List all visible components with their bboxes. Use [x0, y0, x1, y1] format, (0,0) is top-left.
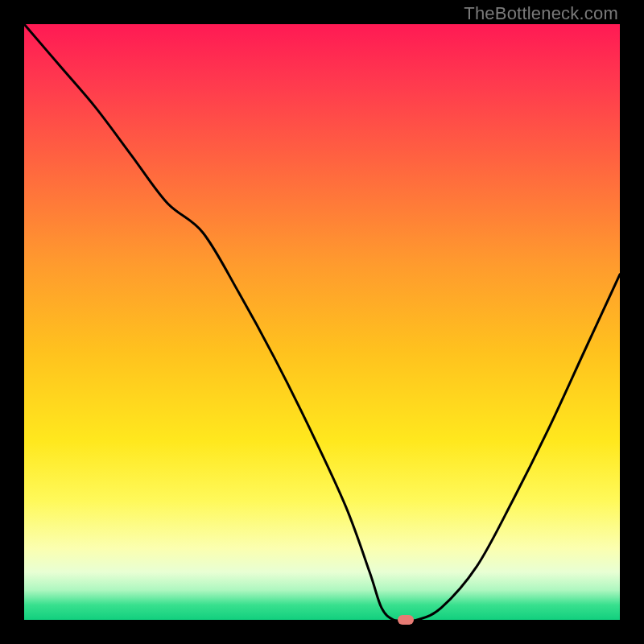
- chart-frame: TheBottleneck.com: [0, 0, 644, 644]
- plot-area: [24, 24, 620, 620]
- optimum-marker: [398, 615, 414, 625]
- bottleneck-curve: [24, 24, 620, 620]
- watermark-text: TheBottleneck.com: [464, 3, 618, 24]
